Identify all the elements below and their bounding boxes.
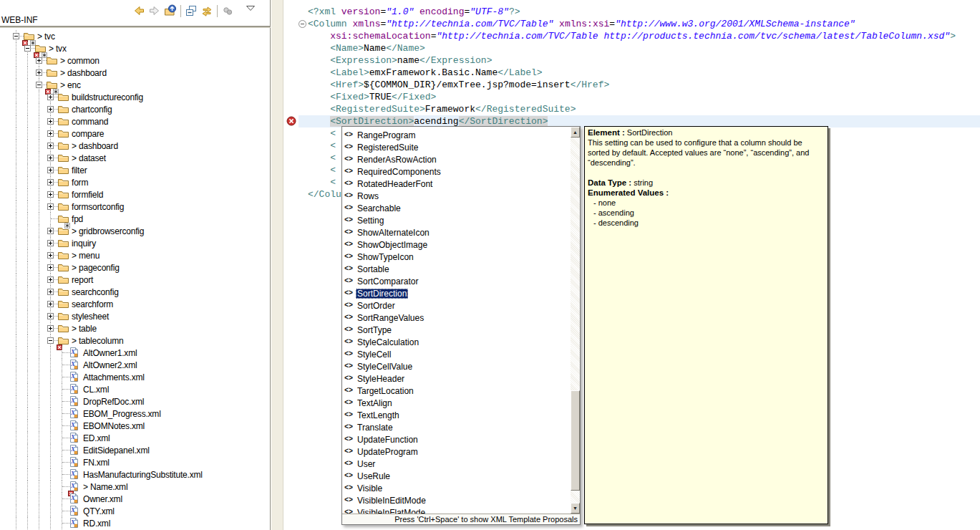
- expand-toggle-icon[interactable]: [47, 325, 54, 332]
- tree-row[interactable]: command: [0, 115, 269, 127]
- tree-item-label[interactable]: form: [72, 178, 88, 188]
- proposal-item[interactable]: <>Rows: [342, 190, 571, 202]
- tree-item-label[interactable]: formfield: [72, 190, 103, 200]
- proposal-item[interactable]: <>StyleCalculation: [342, 336, 571, 348]
- proposal-item[interactable]: <>ShowObjectImage: [342, 238, 571, 251]
- proposal-item[interactable]: <>ShowAlternateIcon: [342, 226, 571, 238]
- expand-toggle-icon[interactable]: [47, 155, 54, 161]
- link-with-editor-button[interactable]: [199, 3, 215, 19]
- proposal-label[interactable]: Sortable: [356, 264, 391, 274]
- tree-row[interactable]: XRD.xml: [0, 517, 269, 529]
- tree-row[interactable]: XFN.xml: [0, 456, 269, 468]
- tree-row[interactable]: XEBOM_Progress.xml: [0, 408, 269, 420]
- proposal-label[interactable]: ShowAlternateIcon: [356, 228, 431, 238]
- proposal-label[interactable]: TargetLocation: [356, 386, 415, 396]
- proposal-item[interactable]: <>UpdateFunction: [342, 433, 571, 445]
- expand-toggle-icon[interactable]: [47, 130, 54, 137]
- tree-item-label[interactable]: chartconfig: [72, 105, 112, 115]
- tree-row[interactable]: XOwner.xml: [0, 493, 269, 505]
- tree-row[interactable]: > tablecolumn: [0, 334, 269, 347]
- tree-item-label[interactable]: > tvx: [49, 44, 67, 54]
- proposal-label[interactable]: UpdateFunction: [356, 435, 419, 445]
- tree-row[interactable]: XAltOwner1.xml: [0, 347, 269, 359]
- collapse-toggle-icon[interactable]: [24, 45, 31, 52]
- collapse-toggle-icon[interactable]: [36, 82, 42, 88]
- tree-row[interactable]: > menu: [0, 249, 269, 261]
- proposal-label[interactable]: RegisteredSuite: [356, 143, 419, 153]
- proposal-item[interactable]: <>VisibleInEditMode: [342, 494, 571, 506]
- proposal-label[interactable]: Visible: [356, 483, 384, 493]
- proposal-item[interactable]: <>RangeProgram: [342, 129, 571, 141]
- forward-button[interactable]: [147, 3, 162, 19]
- tree-row[interactable]: XQTY.xml: [0, 505, 269, 517]
- tree-row[interactable]: XHasManufacturingSubstitute.xml: [0, 468, 269, 481]
- tree-row[interactable]: stylesheet: [0, 310, 269, 322]
- proposal-item[interactable]: <>SortOrder: [342, 299, 571, 312]
- tree-item-label[interactable]: filter: [72, 165, 87, 175]
- view-menu-button[interactable]: [243, 0, 258, 16]
- tree-item-label[interactable]: > tvc: [37, 32, 55, 42]
- tree-row[interactable]: XDropRefDoc.xml: [0, 395, 269, 408]
- tree-item-label[interactable]: buildstructureconfig: [72, 92, 143, 102]
- scroll-down-button[interactable]: ▼: [571, 503, 580, 514]
- tree-item-label[interactable]: Owner.xml: [83, 494, 122, 504]
- tree-row[interactable]: searchconfig: [0, 286, 269, 298]
- proposal-label[interactable]: SortComparator: [356, 276, 419, 286]
- tree-row[interactable]: XEBOMNotes.xml: [0, 420, 269, 432]
- proposal-item[interactable]: <>StyleHeader: [342, 372, 571, 385]
- proposal-label[interactable]: SortOrder: [356, 301, 397, 311]
- tree-row[interactable]: > tvc: [0, 30, 269, 42]
- tree-item-label[interactable]: EBOM_Progress.xml: [83, 409, 161, 419]
- tree-row[interactable]: formfield: [0, 188, 269, 201]
- proposal-label[interactable]: StyleCellValue: [356, 362, 414, 372]
- proposal-item[interactable]: <>Translate: [342, 421, 571, 433]
- proposal-item[interactable]: <>TargetLocation: [342, 385, 571, 397]
- expand-toggle-icon[interactable]: [36, 69, 42, 76]
- expand-toggle-icon[interactable]: [47, 143, 54, 149]
- tree-row[interactable]: > enc: [0, 79, 269, 91]
- tree-item-label[interactable]: > gridbrowserconfig: [72, 226, 144, 236]
- proposal-item[interactable]: <>Sortable: [342, 263, 571, 275]
- expand-toggle-icon[interactable]: [47, 264, 54, 271]
- proposal-label[interactable]: SortType: [356, 325, 393, 335]
- tree-row[interactable]: searchform: [0, 298, 269, 310]
- tree-row[interactable]: > pageconfig: [0, 261, 269, 274]
- proposal-label[interactable]: ShowObjectImage: [356, 240, 429, 250]
- proposal-item[interactable]: <>RequiredComponents: [342, 165, 571, 178]
- expand-toggle-icon[interactable]: [47, 203, 54, 210]
- proposal-label[interactable]: User: [356, 459, 377, 469]
- tree-row[interactable]: > gridbrowserconfig: [0, 225, 269, 237]
- tree-item-label[interactable]: HasManufacturingSubstitute.xml: [83, 470, 203, 480]
- proposal-item[interactable]: <>SortDirection: [342, 287, 571, 299]
- tree-item-label[interactable]: > enc: [60, 80, 81, 90]
- tree-row[interactable]: buildstructureconfig: [0, 91, 269, 103]
- tree-item-label[interactable]: > pageconfig: [72, 263, 120, 273]
- tree-row[interactable]: > dashboard: [0, 67, 269, 79]
- proposal-item[interactable]: <>TextLength: [342, 409, 571, 421]
- tree-item-label[interactable]: DropRefDoc.xml: [83, 397, 144, 407]
- tree-item-label[interactable]: AltOwner1.xml: [83, 348, 137, 358]
- expand-toggle-icon[interactable]: [47, 118, 54, 125]
- proposal-item[interactable]: <>User: [342, 458, 571, 470]
- error-marker-icon[interactable]: [286, 116, 296, 129]
- up-button[interactable]: [162, 3, 178, 19]
- expand-toggle-icon[interactable]: [36, 57, 42, 64]
- proposal-label[interactable]: Setting: [356, 216, 385, 226]
- proposal-label[interactable]: RotatedHeaderFont: [356, 179, 434, 189]
- expand-toggle-icon[interactable]: [47, 301, 54, 307]
- proposal-label[interactable]: TextAlign: [356, 398, 394, 408]
- proposal-label[interactable]: StyleHeader: [356, 374, 406, 384]
- tree-item-label[interactable]: > dashboard: [72, 141, 118, 151]
- tree-item-label[interactable]: > menu: [72, 251, 100, 261]
- proposal-item[interactable]: <>Searchable: [342, 202, 571, 214]
- tree-row[interactable]: formsortconfig: [0, 201, 269, 213]
- tree-row[interactable]: form: [0, 176, 269, 188]
- proposal-label[interactable]: SortDirection: [356, 289, 408, 299]
- tree-item-label[interactable]: ED.xml: [83, 433, 110, 443]
- scroll-up-button[interactable]: ▲: [571, 127, 580, 138]
- proposal-item[interactable]: <>RotatedHeaderFont: [342, 178, 571, 190]
- tree-item-label[interactable]: > table: [72, 324, 97, 334]
- proposal-item[interactable]: <>SortType: [342, 324, 571, 336]
- proposal-item[interactable]: <>UseRule: [342, 470, 571, 482]
- expand-toggle-icon[interactable]: [47, 276, 54, 283]
